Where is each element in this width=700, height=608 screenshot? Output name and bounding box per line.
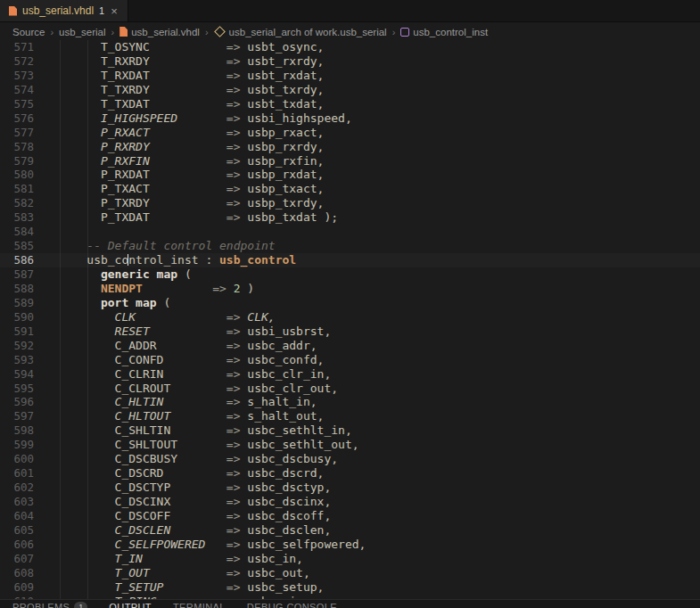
line-number[interactable]: 600 <box>0 452 34 466</box>
line-number[interactable]: 592 <box>0 339 34 353</box>
code-line[interactable]: 584 <box>0 225 700 239</box>
panel-tab-output[interactable]: OUTPUT <box>109 602 152 608</box>
line-number[interactable]: 573 <box>0 69 34 83</box>
line-number[interactable]: 574 <box>0 83 34 97</box>
code-token: C_HLTOUT <box>59 409 226 423</box>
code-token: => <box>226 69 247 82</box>
breadcrumb-item-source[interactable]: Source <box>12 27 45 37</box>
line-number[interactable]: 606 <box>0 538 34 552</box>
code-line[interactable]: 592 C_ADDR => usbc_addr, <box>0 339 700 353</box>
code-line[interactable]: 578 P_RXRDY => usbp_rxrdy, <box>0 140 700 154</box>
line-number[interactable]: 577 <box>0 126 34 140</box>
code-line[interactable]: 585 -- Default control endpoint <box>0 239 700 253</box>
code-line[interactable]: 581 P_TXACT => usbp_txact, <box>0 182 700 196</box>
line-number[interactable]: 601 <box>0 466 34 481</box>
code-line[interactable]: 596 C_HLTIN => s_halt_in, <box>0 395 700 409</box>
code-token: => <box>226 40 247 53</box>
code-lines: 571 T_OSYNC => usbt_osync,572 T_RXRDY =>… <box>0 40 700 608</box>
line-number[interactable]: 583 <box>0 210 34 225</box>
breadcrumb-item-usb-serial-arch-of-work-usb-serial[interactable]: usb_serial_arch of work.usb_serial <box>214 27 387 37</box>
breadcrumb-item-usb-serial-vhdl[interactable]: usb_serial.vhdl <box>119 27 200 37</box>
line-number[interactable]: 581 <box>0 182 34 196</box>
line-number[interactable]: 578 <box>0 140 34 154</box>
line-number[interactable]: 575 <box>0 97 34 111</box>
close-icon[interactable]: × <box>110 5 119 17</box>
code-line[interactable]: 595 C_CLROUT => usbc_clr_out, <box>0 382 700 396</box>
code-line[interactable]: 605 C_DSCLEN => usbc_dsclen, <box>0 523 700 538</box>
code-line[interactable]: 580 P_RXDAT => usbp_rxdat, <box>0 168 700 182</box>
tab-usb-serial-vhdl[interactable]: usb_serial.vhdl 1 × <box>0 0 128 21</box>
code-text: C_ADDR => usbc_addr, <box>34 339 317 353</box>
line-number[interactable]: 603 <box>0 495 34 509</box>
code-line[interactable]: 606 C_SELFPOWERED => usbc_selfpowered, <box>0 538 700 552</box>
code-token: usbc_sethlt_in, <box>247 423 351 437</box>
line-number[interactable]: 605 <box>0 523 34 538</box>
code-line[interactable]: 571 T_OSYNC => usbt_osync, <box>0 40 700 54</box>
panel-tab-problems[interactable]: PROBLEMS1 <box>12 602 87 608</box>
line-number[interactable]: 584 <box>0 225 34 239</box>
line-number[interactable]: 597 <box>0 409 34 423</box>
code-line[interactable]: 572 T_RXRDY => usbt_rxrdy, <box>0 54 700 69</box>
code-line[interactable]: 597 C_HLTOUT => s_halt_out, <box>0 409 700 423</box>
line-number[interactable]: 604 <box>0 509 34 523</box>
code-line[interactable]: 603 C_DSCINX => usbc_dscinx, <box>0 495 700 509</box>
line-number[interactable]: 591 <box>0 325 34 339</box>
code-token <box>59 267 101 281</box>
code-line[interactable]: 607 T_IN => usbc_in, <box>0 552 700 566</box>
line-number[interactable]: 580 <box>0 168 34 182</box>
line-number[interactable]: 587 <box>0 267 34 282</box>
line-number[interactable]: 571 <box>0 40 34 54</box>
code-line[interactable]: 599 C_SHLTOUT => usbc_sethlt_out, <box>0 438 700 452</box>
code-line[interactable]: 579 P_RXFIN => usbp_rxfin, <box>0 154 700 168</box>
line-number[interactable]: 588 <box>0 282 34 296</box>
line-number[interactable]: 589 <box>0 296 34 310</box>
line-number[interactable]: 598 <box>0 423 34 438</box>
code-line[interactable]: 608 T_OUT => usbc_out, <box>0 566 700 580</box>
code-line[interactable]: 598 C_SHLTIN => usbc_sethlt_in, <box>0 423 700 438</box>
line-number[interactable]: 595 <box>0 382 34 396</box>
code-line[interactable]: 593 C_CONFD => usbc_confd, <box>0 353 700 367</box>
line-number[interactable]: 590 <box>0 310 34 325</box>
code-line[interactable]: 591 RESET => usbi_usbrst, <box>0 325 700 339</box>
code-line[interactable]: 576 I_HIGHSPEED => usbi_highspeed, <box>0 111 700 126</box>
code-line[interactable]: 589 port map ( <box>0 296 700 310</box>
code-editor[interactable]: 571 T_OSYNC => usbt_osync,572 T_RXRDY =>… <box>0 40 700 608</box>
code-line[interactable]: 600 C_DSCBUSY => usbc_dscbusy, <box>0 452 700 466</box>
code-line[interactable]: 582 P_TXRDY => usbp_txrdy, <box>0 196 700 210</box>
code-line[interactable]: 575 T_TXDAT => usbt_txdat, <box>0 97 700 111</box>
code-line[interactable]: 586 usb_control_inst : usb_control <box>0 253 700 267</box>
code-token: generic map <box>101 267 177 281</box>
code-line[interactable]: 583 P_TXDAT => usbp_txdat ); <box>0 210 700 225</box>
line-number[interactable]: 609 <box>0 580 34 595</box>
code-token: C_CLROUT <box>59 382 226 395</box>
line-number[interactable]: 599 <box>0 438 34 452</box>
line-number[interactable]: 596 <box>0 395 34 409</box>
line-number[interactable]: 607 <box>0 552 34 566</box>
panel-tab-debug-console[interactable]: DEBUG CONSOLE <box>247 602 337 608</box>
code-line[interactable]: 587 generic map ( <box>0 267 700 282</box>
line-number[interactable]: 585 <box>0 239 34 253</box>
line-number[interactable]: 586 <box>0 253 34 267</box>
code-line[interactable]: 594 C_CLRIN => usbc_clr_in, <box>0 367 700 382</box>
code-line[interactable]: 604 C_DSCOFF => usbc_dscoff, <box>0 509 700 523</box>
line-number[interactable]: 594 <box>0 367 34 382</box>
code-token: CLK, <box>247 310 275 324</box>
code-line[interactable]: 590 CLK => CLK, <box>0 310 700 325</box>
code-line[interactable]: 601 C_DSCRD => usbc_dscrd, <box>0 466 700 481</box>
line-number[interactable]: 579 <box>0 154 34 168</box>
code-line[interactable]: 577 P_RXACT => usbp_rxact, <box>0 126 700 140</box>
line-number[interactable]: 608 <box>0 566 34 580</box>
line-number[interactable]: 602 <box>0 481 34 495</box>
breadcrumb-item-usb-control-inst[interactable]: usb_control_inst <box>400 27 488 37</box>
panel-tab-terminal[interactable]: TERMINAL <box>173 602 226 608</box>
code-line[interactable]: 588 NENDPT => 2 ) <box>0 282 700 296</box>
code-line[interactable]: 574 T_TXRDY => usbt_txrdy, <box>0 83 700 97</box>
line-number[interactable]: 572 <box>0 54 34 69</box>
line-number[interactable]: 576 <box>0 111 34 126</box>
code-line[interactable]: 573 T_RXDAT => usbt_rxdat, <box>0 69 700 83</box>
line-number[interactable]: 593 <box>0 353 34 367</box>
line-number[interactable]: 582 <box>0 196 34 210</box>
code-line[interactable]: 602 C_DSCTYP => usbc_dsctyp, <box>0 481 700 495</box>
breadcrumb-item-usb-serial[interactable]: usb_serial <box>59 27 105 37</box>
code-line[interactable]: 609 T_SETUP => usbc_setup, <box>0 580 700 595</box>
